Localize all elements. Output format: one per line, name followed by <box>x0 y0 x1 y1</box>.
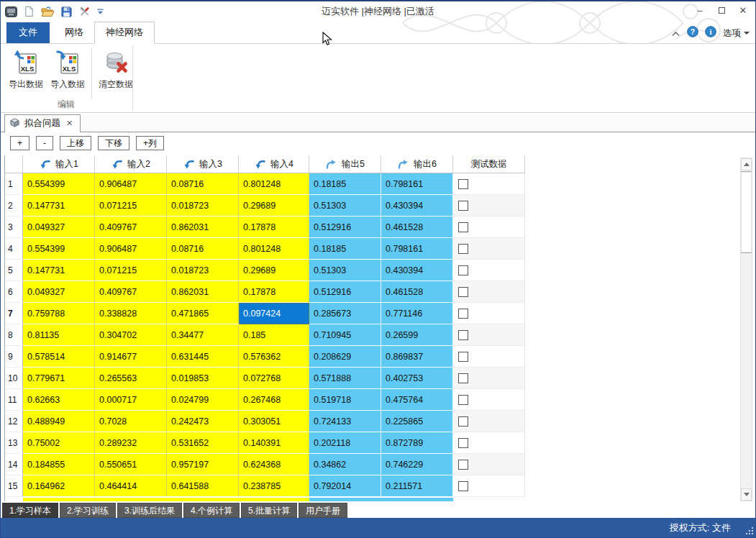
options-button[interactable]: 选项 <box>723 27 750 40</box>
row-number[interactable]: 12 <box>5 411 23 432</box>
table-cell[interactable]: 0.430394 <box>381 260 453 281</box>
table-cell[interactable]: 0.624368 <box>239 454 309 475</box>
table-cell[interactable]: 0.869837 <box>381 346 453 368</box>
selected-cell[interactable]: 0.097424 <box>239 303 309 324</box>
table-cell[interactable]: 0.531652 <box>167 432 239 454</box>
row-number[interactable]: 13 <box>5 432 23 454</box>
table-cell[interactable]: 0.746229 <box>381 454 453 475</box>
test-data-checkbox[interactable] <box>458 373 468 383</box>
open-folder-icon[interactable] <box>41 6 55 17</box>
save-icon[interactable] <box>61 6 72 17</box>
table-cell[interactable]: 0.29689 <box>239 195 309 216</box>
table-cell[interactable]: 0.024799 <box>167 389 239 411</box>
table-cell[interactable]: 0.7028 <box>95 411 167 432</box>
table-cell[interactable]: 0.225865 <box>381 411 453 432</box>
customize-quick-access-icon[interactable] <box>97 9 104 15</box>
scrollbar-thumb[interactable] <box>741 171 752 253</box>
new-document-icon[interactable] <box>24 6 35 17</box>
close-button[interactable]: ✕ <box>732 1 754 19</box>
import-data-button[interactable]: XLS导入数据 <box>47 47 88 101</box>
column-header-1[interactable]: 输入1 <box>23 155 95 173</box>
table-cell[interactable]: 0.471865 <box>167 303 239 324</box>
table-cell[interactable]: 0.798161 <box>381 238 453 260</box>
table-cell[interactable]: 0.208629 <box>309 346 381 368</box>
row-number[interactable]: 14 <box>5 454 23 475</box>
table-cell[interactable]: 0.464414 <box>95 475 167 497</box>
column-header-2[interactable]: 输入2 <box>95 155 167 173</box>
table-cell[interactable]: 0.26599 <box>381 324 453 346</box>
export-data-button[interactable]: XLS导出数据 <box>5 47 47 101</box>
resize-grip-icon[interactable] <box>744 525 753 534</box>
column-header-4[interactable]: 输入4 <box>239 155 309 173</box>
document-tab-fitting-problem[interactable]: 拟合问题 ✕ <box>4 114 81 132</box>
row-number[interactable]: 11 <box>5 389 23 411</box>
row-number[interactable]: 7 <box>5 303 23 324</box>
table-cell[interactable]: 0.461528 <box>381 281 453 303</box>
table-cell[interactable]: 0.289232 <box>95 432 167 454</box>
bottom-tab-learning-samples[interactable]: 1.学习样本 <box>2 503 58 518</box>
help-icon[interactable]: ? <box>687 26 698 40</box>
table-cell[interactable]: 0.18185 <box>309 173 381 195</box>
tools-icon[interactable] <box>78 6 91 17</box>
bottom-tab-post-training-results[interactable]: 3.训练后结果 <box>117 503 182 518</box>
table-cell[interactable]: 0.08716 <box>167 238 239 260</box>
table-cell[interactable]: 0.409767 <box>95 281 167 303</box>
test-data-checkbox[interactable] <box>458 416 468 427</box>
table-cell[interactable]: 0.914677 <box>95 346 167 368</box>
table-cell[interactable]: 0.641588 <box>167 475 239 497</box>
table-cell[interactable]: 0.049327 <box>23 281 95 303</box>
test-data-checkbox[interactable] <box>458 201 468 211</box>
row-number[interactable]: 3 <box>5 216 23 238</box>
table-cell[interactable]: 0.779671 <box>23 368 95 389</box>
column-header-3[interactable]: 输入3 <box>167 155 239 173</box>
table-cell[interactable]: 0.265563 <box>95 368 167 389</box>
table-cell[interactable]: 0.34477 <box>167 324 239 346</box>
test-data-checkbox[interactable] <box>458 481 468 491</box>
table-cell[interactable]: 0.862031 <box>167 281 239 303</box>
table-cell[interactable]: 0.238785 <box>239 475 309 497</box>
add-column-button[interactable]: +列 <box>136 136 164 150</box>
tab-file[interactable]: 文件 <box>6 22 50 43</box>
tab-network[interactable]: 网络 <box>54 22 94 43</box>
table-cell[interactable]: 0.554399 <box>23 238 95 260</box>
table-cell[interactable]: 0.303051 <box>239 411 309 432</box>
remove-row-button[interactable]: - <box>36 136 53 150</box>
table-cell[interactable]: 0.019853 <box>167 368 239 389</box>
table-cell[interactable]: 0.430394 <box>381 195 453 216</box>
row-number[interactable]: 4 <box>5 238 23 260</box>
table-cell[interactable]: 0.51303 <box>309 260 381 281</box>
vertical-scrollbar[interactable] <box>740 158 752 501</box>
bottom-tab-single-case-calc[interactable]: 4.个例计算 <box>183 503 240 518</box>
test-data-checkbox[interactable] <box>458 244 468 254</box>
table-cell[interactable]: 0.211571 <box>381 475 453 497</box>
table-cell[interactable]: 0.071215 <box>95 260 167 281</box>
table-cell[interactable]: 0.710945 <box>309 324 381 346</box>
table-cell[interactable]: 0.872789 <box>381 432 453 454</box>
add-row-button[interactable]: + <box>10 136 29 150</box>
test-data-checkbox[interactable] <box>458 330 468 340</box>
table-cell[interactable]: 0.862031 <box>167 216 239 238</box>
app-icon[interactable] <box>5 6 17 17</box>
table-cell[interactable]: 0.906487 <box>95 173 167 195</box>
test-data-checkbox[interactable] <box>458 265 468 275</box>
table-cell[interactable]: 0.62663 <box>23 389 95 411</box>
table-cell[interactable]: 0.184855 <box>23 454 95 475</box>
bottom-tab-user-manual[interactable]: 用户手册 <box>299 503 347 518</box>
scroll-up-button[interactable] <box>741 158 752 170</box>
table-cell[interactable]: 0.000717 <box>95 389 167 411</box>
table-cell[interactable]: 0.338828 <box>95 303 167 324</box>
test-data-checkbox[interactable] <box>458 352 468 362</box>
info-icon[interactable]: i <box>705 26 716 40</box>
move-down-button[interactable]: 下移 <box>98 136 129 150</box>
row-number[interactable]: 15 <box>5 475 23 497</box>
table-cell[interactable]: 0.51303 <box>309 195 381 216</box>
test-data-checkbox[interactable] <box>458 309 468 319</box>
collapse-ribbon-icon[interactable] <box>671 27 680 40</box>
row-number[interactable]: 2 <box>5 195 23 216</box>
row-number[interactable]: 9 <box>5 346 23 368</box>
table-cell[interactable]: 0.18185 <box>309 238 381 260</box>
test-data-checkbox[interactable] <box>458 222 468 232</box>
table-cell[interactable]: 0.801248 <box>239 238 309 260</box>
row-number[interactable]: 10 <box>5 368 23 389</box>
table-cell[interactable]: 0.461528 <box>381 216 453 238</box>
